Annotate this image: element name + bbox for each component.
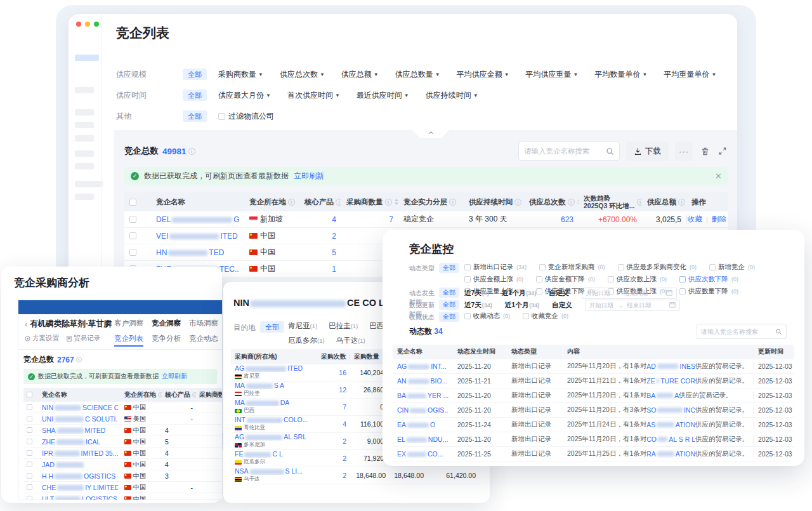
company-name-link[interactable]: IPRIMITED 35...: [42, 449, 118, 457]
filter-all-badge[interactable]: 全部: [439, 312, 459, 322]
column-header[interactable]: 次数趋势2025Q3 环比增...: [579, 194, 642, 209]
refresh-now-link[interactable]: 立即刷新: [294, 171, 324, 182]
table-row[interactable]: NINSCIENCE C...中国-: [23, 402, 222, 413]
filter-dropdown[interactable]: 首次供应时间▼: [287, 90, 340, 101]
monitor-search[interactable]: [697, 324, 787, 339]
row-checkbox[interactable]: [536, 276, 542, 282]
search-input[interactable]: [524, 147, 606, 155]
company-name-link[interactable]: JAD: [42, 461, 85, 468]
company-name-link[interactable]: AGINT...: [397, 362, 447, 370]
company-name-link[interactable]: INTCOLO...: [235, 416, 308, 423]
company-name-link[interactable]: CINOGIS...: [397, 406, 449, 414]
destination-tab[interactable]: 乌干达(1): [336, 336, 365, 345]
monitor-filter-checkbox[interactable]: 供应金额上涨(0): [464, 275, 523, 284]
filter-all-badge[interactable]: 全部: [439, 263, 459, 273]
filter-all-badge[interactable]: 全部: [439, 300, 459, 310]
monitor-filter-checkbox[interactable]: 收藏竞企(0): [523, 312, 568, 321]
table-row[interactable]: H HOGISTICS C...中国3: [23, 470, 222, 482]
row-checkbox[interactable]: [27, 427, 32, 433]
destination-tab[interactable]: 肯尼亚(1): [288, 321, 317, 331]
row-checkbox[interactable]: [679, 276, 686, 282]
row-checkbox[interactable]: [129, 199, 136, 206]
row-checkbox[interactable]: [27, 461, 32, 467]
table-row[interactable]: EXCO...2025-11-25新增出口记录2025年11月25日，有1条对R…: [393, 447, 794, 461]
table-row[interactable]: UNIC SOLUTI...美国-: [23, 413, 222, 425]
column-header[interactable]: 动态类型: [507, 347, 563, 356]
subtab-competitor-list[interactable]: 竞企列表: [114, 334, 143, 347]
sidebar-item-active[interactable]: [75, 55, 99, 61]
back-chevron-icon[interactable]: ‹: [25, 320, 27, 329]
column-header[interactable]: 供应总次数: [524, 197, 579, 207]
column-header[interactable]: 内容: [563, 347, 753, 356]
company-name-link[interactable]: ZHEICAL: [42, 438, 100, 446]
custom-range-option[interactable]: 自定义: [552, 301, 572, 310]
filter-dropdown[interactable]: 供应总次数▼: [280, 69, 325, 80]
filter-dropdown[interactable]: 供应总数量▼: [395, 69, 440, 80]
company-name-link[interactable]: UNIC SOLUTI...: [42, 415, 118, 423]
delete-link[interactable]: 删除: [712, 215, 726, 224]
company-name-link[interactable]: DELGAP...: [156, 215, 239, 224]
monitor-filter-option[interactable]: 近7天(34): [464, 301, 492, 310]
table-row[interactable]: AGINT...2025-11-20新增出口记录2025年11月20日，有1条对…: [393, 359, 794, 374]
monitor-filter-checkbox[interactable]: 供应次数下降(0): [679, 275, 738, 284]
column-header[interactable]: 动态发生时间: [453, 347, 507, 356]
column-header[interactable]: 核心产品: [162, 390, 196, 399]
filter-all-badge[interactable]: 全部: [439, 288, 459, 298]
sidebar-item[interactable]: [75, 194, 94, 200]
competitor-search[interactable]: [518, 142, 620, 161]
filter-dropdown[interactable]: 最近供应时间▼: [357, 90, 409, 101]
monitor-filter-checkbox[interactable]: 供应最多采购商变化(0): [618, 263, 697, 272]
trade-records-button[interactable]: 贸易记录: [67, 334, 100, 343]
table-row[interactable]: CHEIY LIMITED中国-: [23, 482, 222, 493]
company-name-link[interactable]: CHEIY LIMITED: [42, 484, 118, 491]
destination-tab[interactable]: 厄瓜多尔(1): [288, 336, 325, 345]
filter-all-badge[interactable]: 全部: [183, 69, 207, 80]
table-row[interactable]: CINOGIS...2025-11-20新增出口记录2025年11月20日，有3…: [393, 403, 794, 418]
column-header[interactable]: 采购商数量: [341, 197, 398, 207]
table-row[interactable]: SHAMITED中国4: [23, 425, 222, 436]
row-checkbox[interactable]: [464, 313, 471, 319]
company-name-link[interactable]: EXCO...: [397, 450, 443, 458]
table-row[interactable]: JAD中国4: [23, 459, 222, 470]
company-name-link[interactable]: EAO: [397, 421, 435, 428]
breadcrumb[interactable]: ‹ 有机磷类除草剂-草甘膦: [25, 319, 112, 329]
company-name-link[interactable]: H HOGISTICS C...: [42, 472, 118, 480]
row-checkbox[interactable]: [129, 216, 136, 223]
filter-dropdown[interactable]: 供应总额▼: [341, 69, 379, 80]
table-row[interactable]: ULTLOGISTICS ...中国-: [23, 493, 222, 500]
row-checkbox[interactable]: [464, 276, 471, 282]
company-name-link[interactable]: ANBIO...: [397, 377, 447, 385]
subtab-competition-analysis[interactable]: 竞争分析: [152, 334, 181, 347]
company-name-link[interactable]: NSAS LI...: [235, 468, 303, 475]
column-header[interactable]: 竞企名称: [151, 197, 244, 207]
sort-icon[interactable]: [395, 197, 398, 207]
column-header[interactable]: 竞企所在地: [121, 390, 162, 399]
filter-dropdown[interactable]: 平均重量单价▼: [664, 69, 716, 80]
monitor-filter-checkbox[interactable]: 供应次数上涨(0): [608, 275, 667, 284]
filter-all-badge[interactable]: 全部: [183, 90, 207, 101]
sidebar-item[interactable]: [75, 109, 94, 116]
custom-range-option[interactable]: 自定义: [549, 289, 569, 298]
company-name-link[interactable]: NINSCIENCE C...: [42, 404, 118, 411]
row-checkbox[interactable]: [27, 404, 32, 410]
column-header[interactable]: 供应持续时间: [464, 197, 524, 207]
table-row[interactable]: ANBIO...2025-11-21新增出口记录2025年11月21日，有1条对…: [393, 374, 794, 388]
filter-checkbox[interactable]: 过滤物流公司: [218, 111, 274, 122]
filter-dropdown[interactable]: 供应持续时间▼: [426, 90, 478, 101]
row-checkbox[interactable]: [709, 264, 716, 270]
filter-all-badge[interactable]: 全部: [183, 110, 207, 122]
table-row[interactable]: IPRIMITED 35...中国4: [23, 448, 222, 459]
date-range-input[interactable]: 开始日期→结束日期: [582, 288, 677, 299]
column-header[interactable]: 竞企名称: [393, 347, 453, 356]
table-row[interactable]: BAYER ...2025-11-20新增出口记录2025年11月20日，有1条…: [393, 388, 794, 403]
company-name-link[interactable]: AGITED: [235, 365, 303, 372]
destination-tab[interactable]: 巴拉圭(1): [329, 321, 358, 331]
favorite-link[interactable]: 收藏: [688, 215, 702, 224]
row-checkbox[interactable]: [608, 276, 614, 282]
table-row[interactable]: ZHEICAL中国5: [23, 436, 222, 448]
column-header[interactable]: 竞企实力分层: [398, 197, 464, 207]
column-header[interactable]: 更新时间: [753, 347, 794, 356]
row-checkbox[interactable]: [27, 392, 32, 397]
company-name-link[interactable]: ULTLOGISTICS ...: [42, 495, 118, 501]
fullscreen-button[interactable]: [717, 145, 728, 157]
